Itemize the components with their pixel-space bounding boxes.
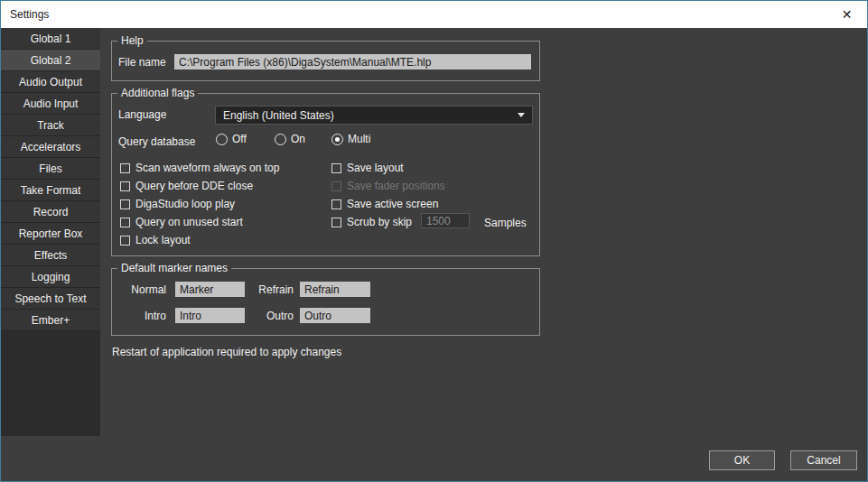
titlebar[interactable]: Settings ✕ [1, 1, 867, 28]
help-group: Help File name [111, 41, 540, 81]
close-button[interactable]: ✕ [826, 1, 867, 28]
sidebar-item-reporter-box[interactable]: Reporter Box [1, 223, 100, 245]
checkbox-icon [120, 181, 130, 191]
checkbox-icon [331, 218, 341, 227]
marker-outro-input[interactable] [300, 308, 370, 323]
checkbox-label: Save active screen [347, 198, 438, 210]
checkbox-label: Save layout [347, 162, 404, 174]
file-name-label: File name [118, 56, 166, 69]
radio-icon [216, 134, 228, 145]
checkbox-scan-waveform[interactable]: Scan waveform always on top [120, 162, 279, 174]
radio-icon [275, 134, 286, 145]
checkbox-icon [120, 199, 130, 209]
window-title: Settings [1, 8, 49, 21]
checkbox-scrub-by-skip[interactable]: Scrub by skip [331, 216, 412, 228]
main-panel: Help File name Additional flags Language… [100, 28, 867, 481]
scrub-samples-input [421, 213, 470, 228]
checkbox-save-fader-positions: Save fader positions [331, 180, 445, 192]
sidebar-item-ember[interactable]: Ember+ [1, 310, 100, 331]
sidebar: Global 1 Global 2 Audio Output Audio Inp… [1, 28, 100, 436]
settings-dialog: Settings ✕ Global 1 Global 2 Audio Outpu… [0, 0, 868, 482]
checkbox-label: Scan waveform always on top [135, 162, 279, 174]
radio-selected-icon [331, 134, 343, 145]
checkbox-label: DigaStudio loop play [135, 198, 235, 210]
default-marker-names-group: Default marker names Normal Refrain Intr… [111, 268, 540, 336]
sidebar-item-track[interactable]: Track [1, 115, 100, 136]
marker-outro-label: Outro [247, 310, 294, 322]
checkbox-icon [331, 199, 341, 209]
query-database-label: Query database [118, 135, 195, 148]
checkbox-icon [120, 163, 130, 173]
marker-group-title: Default marker names [117, 262, 231, 274]
radio-off-label: Off [232, 133, 247, 145]
chevron-down-icon [518, 113, 525, 117]
checkbox-icon [331, 181, 341, 191]
checkbox-lock-layout[interactable]: Lock layout [120, 234, 191, 246]
sidebar-item-audio-output[interactable]: Audio Output [1, 71, 100, 93]
sidebar-item-files[interactable]: Files [1, 158, 100, 180]
sidebar-item-record[interactable]: Record [1, 201, 100, 223]
sidebar-item-speech-to-text[interactable]: Speech to Text [1, 288, 100, 310]
checkbox-label: Query before DDE close [135, 180, 253, 192]
checkbox-query-before-dde-close[interactable]: Query before DDE close [120, 180, 253, 192]
additional-flags-group-title: Additional flags [117, 87, 198, 99]
radio-query-on[interactable]: On [275, 133, 305, 145]
marker-refrain-input[interactable] [300, 282, 370, 297]
ok-button[interactable]: OK [709, 450, 775, 470]
sidebar-item-audio-input[interactable]: Audio Input [1, 93, 100, 115]
sidebar-item-global-2[interactable]: Global 2 [1, 50, 100, 71]
radio-query-multi[interactable]: Multi [331, 133, 370, 145]
marker-refrain-label: Refrain [247, 283, 294, 296]
language-dropdown[interactable]: English (United States) [215, 106, 533, 125]
sidebar-item-global-1[interactable]: Global 1 [1, 28, 100, 50]
sidebar-item-logging[interactable]: Logging [1, 266, 100, 288]
help-group-title: Help [117, 34, 147, 47]
checkbox-icon [120, 236, 130, 246]
close-icon: ✕ [842, 7, 853, 22]
help-file-name-input[interactable] [174, 54, 531, 70]
checkbox-label: Lock layout [135, 234, 191, 246]
sidebar-item-take-format[interactable]: Take Format [1, 180, 100, 201]
marker-normal-label: Normal [117, 283, 166, 296]
checkbox-label: Save fader positions [347, 180, 445, 192]
checkbox-digastudio-loop-play[interactable]: DigaStudio loop play [120, 198, 235, 210]
checkbox-icon [120, 218, 130, 227]
marker-normal-input[interactable] [175, 282, 245, 297]
checkbox-query-on-unused-start[interactable]: Query on unused start [120, 216, 243, 228]
samples-label: Samples [484, 217, 527, 229]
radio-on-label: On [291, 133, 305, 145]
checkbox-save-layout[interactable]: Save layout [331, 162, 404, 174]
language-label: Language [118, 108, 166, 121]
sidebar-item-accelerators[interactable]: Accelerators [1, 136, 100, 158]
checkbox-icon [331, 163, 341, 173]
marker-intro-label: Intro [117, 310, 166, 322]
checkbox-label: Query on unused start [135, 216, 243, 228]
radio-query-off[interactable]: Off [216, 133, 247, 145]
cancel-button[interactable]: Cancel [790, 450, 857, 470]
sidebar-item-effects[interactable]: Effects [1, 245, 100, 266]
checkbox-label: Scrub by skip [347, 216, 412, 228]
language-selected-value: English (United States) [223, 109, 334, 122]
checkbox-save-active-screen[interactable]: Save active screen [331, 198, 438, 210]
marker-intro-input[interactable] [175, 308, 245, 323]
radio-multi-label: Multi [348, 133, 370, 145]
restart-note: Restart of application required to apply… [112, 346, 341, 358]
additional-flags-group: Additional flags Language English (Unite… [111, 93, 540, 256]
